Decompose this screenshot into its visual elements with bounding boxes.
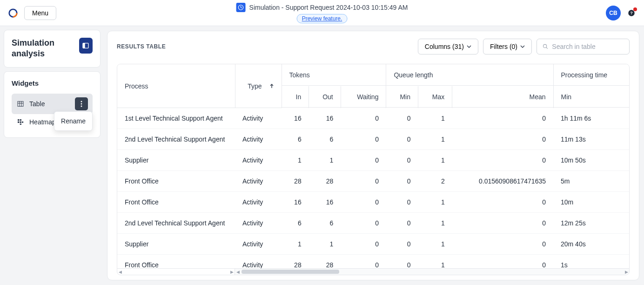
cell-qmax: 1 [418,213,452,234]
cell-pmin: 1s [553,255,629,269]
cell-type: Activity [235,234,282,255]
cell-process: Front Office [117,255,235,269]
table-row[interactable]: SupplierActivity11001020m 40s [117,234,629,255]
table-icon [16,100,25,108]
simulation-icon [236,3,246,12]
widget-context-menu: Rename [54,111,93,131]
col-group-queue: Queue length [386,65,553,86]
user-avatar[interactable]: CB [606,6,621,20]
col-queue-min[interactable]: Min [386,87,418,108]
scroll-right-icon[interactable]: ▶ [229,269,235,275]
svg-text:?: ? [630,11,633,15]
sidebar-collapse-button[interactable] [79,38,93,54]
svg-rect-16 [18,121,19,122]
top-bar: Menu Simulation - Support Request 2024-1… [0,0,644,26]
cell-in: 6 [282,129,309,150]
sidebar-title: Simulation analysis [12,38,79,60]
widget-item-table[interactable]: Table Rename [12,94,93,114]
col-proc-min[interactable]: Min [554,87,630,108]
svg-rect-18 [22,121,23,122]
cell-qmean: 0 [452,213,553,234]
chevron-down-icon [520,45,525,48]
cell-in: 1 [282,234,309,255]
sidebar: Simulation analysis Widgets Table Rename [0,26,104,285]
widget-menu-button[interactable] [75,97,88,110]
menu-button[interactable]: Menu [24,6,56,20]
cell-pmin: 10m [553,192,629,213]
cell-type: Activity [235,108,282,129]
table-row[interactable]: Front OfficeActivity1616001010m [117,192,629,213]
table-row[interactable]: 2nd Level Technical Support AgentActivit… [117,213,629,234]
widgets-heading: Widgets [12,79,93,87]
cell-process: 2nd Level Technical Support Agent [117,129,235,150]
cell-qmax: 1 [418,192,452,213]
table-row[interactable]: Front OfficeActivity28280020.01560908617… [117,171,629,192]
cell-in: 16 [282,192,309,213]
columns-button[interactable]: Columns (31) [418,39,478,54]
cell-qmean: 0 [452,108,553,129]
preview-feature-link[interactable]: Preview feature. [297,14,348,23]
svg-rect-14 [18,119,19,121]
cell-qmean: 0 [452,150,553,171]
cell-qmin: 0 [386,108,418,129]
widget-label: Heatmap [29,118,56,126]
cell-qmax: 2 [418,171,452,192]
col-group-tokens: Tokens [282,65,386,86]
svg-point-11 [81,101,82,102]
cell-out: 1 [309,150,341,171]
cell-qmin: 0 [386,129,418,150]
cell-waiting: 0 [341,192,386,213]
col-process[interactable]: Process [117,64,235,108]
cell-qmin: 0 [386,213,418,234]
col-queue-max[interactable]: Max [418,87,452,108]
cell-qmean: 0 [452,255,553,269]
cell-qmin: 0 [386,150,418,171]
scroll-thumb[interactable] [242,270,339,274]
search-box[interactable] [537,39,630,54]
table-row[interactable]: SupplierActivity11001010m 50s [117,150,629,171]
svg-rect-15 [20,119,21,121]
cell-type: Activity [235,129,282,150]
cell-waiting: 0 [341,150,386,171]
cell-out: 6 [309,129,341,150]
table-row[interactable]: 1st Level Technical Support AgentActivit… [117,108,629,129]
scroll-right-icon[interactable]: ▶ [624,269,629,275]
table-row[interactable]: 2nd Level Technical Support AgentActivit… [117,129,629,150]
filters-button[interactable]: Filters (0) [483,39,532,54]
col-queue-mean[interactable]: Mean [452,87,553,108]
col-tokens-waiting[interactable]: Waiting [341,87,386,108]
cell-out: 6 [309,213,341,234]
cell-process: Front Office [117,171,235,192]
search-input[interactable] [552,43,624,50]
scroll-left-icon[interactable]: ◀ [117,269,123,275]
cell-qmean: 0 [452,192,553,213]
cell-qmax: 1 [418,108,452,129]
cell-qmin: 0 [386,192,418,213]
page-title: Simulation - Support Request 2024-10-03 … [249,4,408,11]
cell-type: Activity [235,192,282,213]
cell-qmax: 1 [418,234,452,255]
col-type[interactable]: Type [235,64,282,108]
table-row[interactable]: Front OfficeActivity282800101s [117,255,629,269]
cell-waiting: 0 [341,129,386,150]
cell-waiting: 0 [341,108,386,129]
cell-process: Front Office [117,192,235,213]
svg-point-13 [81,105,82,107]
scroll-left-icon[interactable]: ◀ [235,269,241,275]
cell-qmax: 1 [418,255,452,269]
cell-in: 1 [282,150,309,171]
horizontal-scrollbar[interactable]: ◀ ▶ ◀ ▶ [117,268,629,275]
col-tokens-in[interactable]: In [282,87,309,108]
cell-type: Activity [235,213,282,234]
cell-out: 28 [309,171,341,192]
cell-qmean: 0.01560908617471635 [452,171,553,192]
rename-menu-item[interactable]: Rename [54,114,92,129]
cell-type: Activity [235,255,282,269]
cell-process: Supplier [117,234,235,255]
col-tokens-out[interactable]: Out [309,87,341,108]
help-button[interactable]: ? [626,8,637,18]
cell-process: 2nd Level Technical Support Agent [117,213,235,234]
cell-type: Activity [235,171,282,192]
svg-point-20 [543,44,547,48]
cell-pmin: 20m 40s [553,234,629,255]
